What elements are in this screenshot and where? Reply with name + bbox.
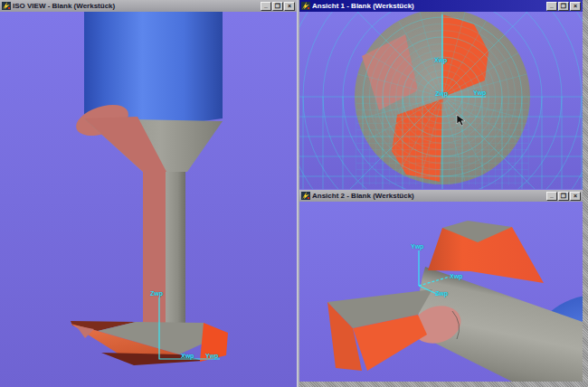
window-icon bbox=[301, 2, 310, 10]
iso-title: ISO VIEW - Blank (Werkstück) bbox=[13, 0, 259, 12]
ansicht2-window: Ansicht 2 - Blank (Werkstück) _ ❐ × bbox=[299, 190, 583, 382]
ansicht2-title: Ansicht 2 - Blank (Werkstück) bbox=[312, 190, 545, 202]
app-border-right bbox=[583, 0, 588, 387]
ansicht2-window-controls: _ ❐ × bbox=[546, 192, 581, 201]
app-border-bottom bbox=[299, 382, 588, 387]
maximize-button[interactable]: ❐ bbox=[558, 2, 569, 11]
iso-view-window: ISO VIEW - Blank (Werkstück) _ ❐ × bbox=[0, 0, 297, 387]
ansicht1-window-controls: _ ❐ × bbox=[546, 2, 581, 11]
ansicht1-title: Ansicht 1 - Blank (Werkstück) bbox=[312, 0, 545, 12]
iso-axis-y-label: Ywp bbox=[205, 353, 218, 359]
tool-shaft bbox=[143, 172, 185, 329]
a1-axis-z-label: Zwp bbox=[435, 90, 448, 97]
a1-axis-y-label: Ywp bbox=[473, 90, 486, 96]
a2-axis-z-label: Zwp bbox=[435, 290, 448, 297]
cad-application-screen: ISO VIEW - Blank (Werkstück) _ ❐ × bbox=[0, 0, 588, 387]
close-button[interactable]: × bbox=[570, 192, 581, 201]
maximize-button[interactable]: ❐ bbox=[272, 2, 283, 11]
a2-axis-y-label: Ywp bbox=[411, 243, 423, 250]
a2-axis-x-label: Xwp bbox=[450, 273, 462, 279]
iso-window-controls: _ ❐ × bbox=[261, 2, 295, 11]
iso-axis-z-label: Zwp bbox=[150, 290, 163, 297]
window-icon bbox=[2, 2, 11, 10]
a1-axis-x-label: Xwp bbox=[434, 57, 447, 63]
close-button[interactable]: × bbox=[284, 2, 295, 11]
iso-viewport-canvas[interactable] bbox=[0, 12, 297, 387]
ansicht1-viewport-canvas[interactable] bbox=[299, 12, 583, 189]
ansicht2-titlebar[interactable]: Ansicht 2 - Blank (Werkstück) _ ❐ × bbox=[299, 190, 583, 202]
maximize-button[interactable]: ❐ bbox=[558, 192, 569, 201]
window-icon bbox=[301, 192, 310, 200]
minimize-button[interactable]: _ bbox=[546, 2, 557, 11]
close-button[interactable]: × bbox=[570, 2, 581, 11]
minimize-button[interactable]: _ bbox=[546, 192, 557, 201]
mouse-cursor bbox=[456, 114, 467, 127]
window-divider[interactable] bbox=[297, 0, 299, 387]
ansicht1-titlebar[interactable]: Ansicht 1 - Blank (Werkstück) _ ❐ × bbox=[299, 0, 583, 12]
minimize-button[interactable]: _ bbox=[261, 2, 271, 11]
iso-axis-x-label: Xwp bbox=[181, 353, 194, 359]
iso-titlebar[interactable]: ISO VIEW - Blank (Werkstück) _ ❐ × bbox=[0, 0, 297, 12]
